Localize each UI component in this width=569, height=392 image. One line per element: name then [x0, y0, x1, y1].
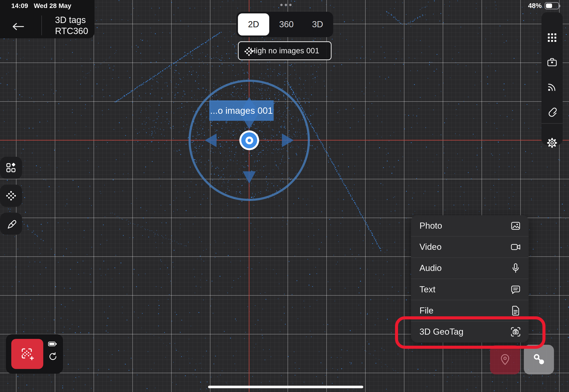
- paperclip-icon: [547, 107, 557, 117]
- app-screen: ...o images 001 14:09 Wed 28 May 3D tags…: [0, 0, 569, 392]
- setup-label-text: ...o images 001: [210, 106, 273, 116]
- tab-3d[interactable]: 3D: [302, 14, 333, 35]
- microphone-icon: [510, 263, 521, 274]
- multitask-indicator: [280, 4, 292, 6]
- rss-signal-icon: [547, 82, 557, 92]
- gear-icon: [547, 138, 557, 148]
- capture-panel: [6, 334, 63, 374]
- geotag-camera-icon: [510, 326, 521, 337]
- point-cloud-button[interactable]: [0, 185, 22, 207]
- scene-selector-button[interactable]: High no images 001: [238, 41, 331, 60]
- menu-item-audio[interactable]: Audio: [411, 258, 528, 279]
- tab-2d[interactable]: 2D: [238, 14, 269, 35]
- home-indicator[interactable]: [208, 386, 363, 388]
- toolbox-button[interactable]: [541, 54, 563, 70]
- status-date: Wed 28 May: [34, 2, 71, 10]
- view-switcher: 2D 360 3D: [236, 12, 333, 37]
- toolbox-icon: [547, 57, 557, 67]
- header-panel: 14:09 Wed 28 May 3D tags RTC360: [0, 0, 95, 38]
- apps-grid-icon: [547, 32, 557, 43]
- sync-button[interactable]: [48, 351, 58, 362]
- tab-360[interactable]: 360: [271, 14, 302, 35]
- battery-icon: [544, 2, 559, 9]
- capture-scan-button[interactable]: [11, 339, 43, 369]
- right-toolbar: [541, 12, 563, 145]
- scene-name: High no images 001: [250, 46, 319, 55]
- status-left: 14:09 Wed 28 May: [11, 2, 71, 10]
- menu-item-photo[interactable]: Photo: [411, 215, 528, 236]
- photo-icon: [510, 221, 521, 231]
- back-arrow-icon: [12, 22, 25, 31]
- scan-add-icon: [20, 347, 34, 361]
- menu-item-video[interactable]: Video: [411, 236, 528, 257]
- back-button[interactable]: [12, 21, 26, 32]
- geotag-pin-button[interactable]: [490, 345, 520, 374]
- apps-grid-button[interactable]: [541, 29, 563, 46]
- video-camera-icon: [510, 242, 521, 252]
- menu-item-3d-geotag[interactable]: 3D GeoTag: [411, 321, 528, 342]
- link-button[interactable]: [541, 104, 563, 120]
- battery-percent: 48%: [528, 2, 542, 10]
- point-cloud-icon: [6, 191, 16, 201]
- location-pin-icon: [498, 353, 512, 366]
- menu-item-file[interactable]: File: [411, 300, 528, 321]
- categories-icon: [5, 162, 17, 173]
- point-cloud-icon: [244, 47, 254, 56]
- stream-button[interactable]: [541, 79, 563, 95]
- setup-position-marker[interactable]: [239, 130, 259, 150]
- sync-icon: [48, 351, 58, 362]
- geotag-node-button[interactable]: [524, 345, 554, 374]
- menu-item-text[interactable]: Text: [411, 279, 528, 300]
- status-right: 48%: [528, 2, 559, 10]
- document-icon: [510, 305, 521, 316]
- page-title: 3D tags RTC360: [55, 14, 88, 37]
- speech-bubble-icon: [510, 284, 521, 295]
- node-link-icon: [532, 353, 546, 366]
- header-divider: [41, 15, 42, 35]
- tag-type-menu: Photo Video Audio Text: [411, 215, 528, 342]
- categories-button[interactable]: [0, 157, 22, 179]
- toolbar-divider: [541, 123, 563, 124]
- status-time: 14:09: [11, 2, 28, 10]
- cut-tool-button[interactable]: [0, 213, 22, 235]
- scalpel-icon: [5, 218, 17, 230]
- device-battery-icon: [48, 341, 57, 347]
- setup-label[interactable]: ...o images 001: [209, 100, 274, 121]
- settings-button[interactable]: [541, 135, 563, 151]
